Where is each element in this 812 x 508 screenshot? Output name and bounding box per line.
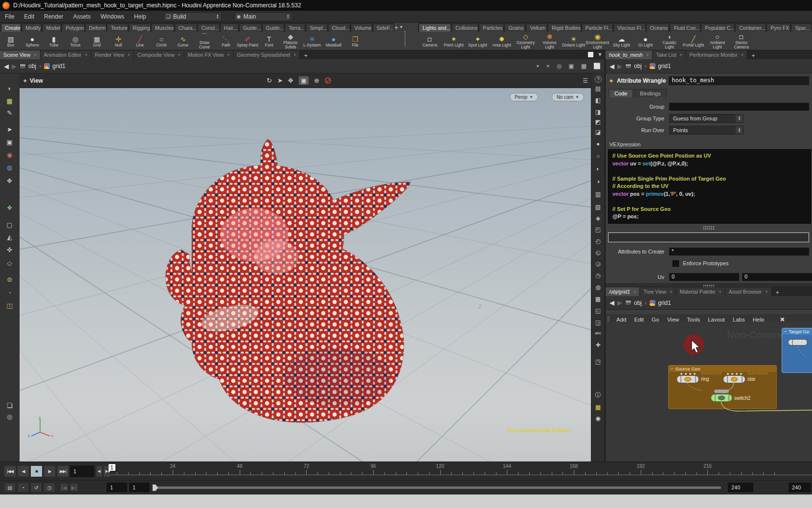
go-end-button[interactable]: ▶▶| — [57, 465, 69, 477]
forward-icon[interactable]: ▶ — [617, 63, 622, 70]
node-name-field[interactable]: hook_to_mesh — [669, 76, 809, 85]
global-end-field[interactable]: 240 — [789, 483, 811, 492]
shelf-tool-file[interactable]: ❐File — [344, 35, 366, 47]
forward-icon[interactable]: ▶ — [617, 299, 622, 306]
realtime-icon[interactable]: ◷ — [44, 483, 55, 492]
shelf-tool-torus[interactable]: ◎Torus — [65, 35, 86, 47]
shelf-tab-container[interactable]: Container... — [735, 23, 766, 32]
global-start-field[interactable]: 1 — [107, 483, 127, 492]
material-cup-icon[interactable]: ◫ — [0, 302, 19, 309]
pane-tab-composite-view[interactable]: Composite View× — [134, 50, 184, 59]
shelf-tab-grains[interactable]: Grains — [504, 23, 525, 32]
shelf-tab-polygon[interactable]: Polygon — [62, 23, 85, 32]
new-pane-tab-button[interactable]: + — [300, 52, 312, 59]
group-display-icon[interactable]: ◱ — [591, 307, 605, 314]
shelf-tab-populate-c[interactable]: Populate C... — [701, 23, 735, 32]
add-shelf-tab-button[interactable]: + — [394, 23, 398, 31]
shelf-tool-distant-light[interactable]: ☀Distant Light — [562, 35, 586, 47]
camera-select-button[interactable]: No cam ▼ — [552, 93, 584, 101]
transform-tool-icon[interactable]: ✥ — [0, 178, 19, 185]
close-icon[interactable]: × — [719, 289, 721, 294]
playhead[interactable]: 1 — [109, 463, 116, 471]
view-menu[interactable]: ⌖ View — [23, 77, 43, 84]
group-field[interactable] — [669, 103, 809, 111]
menu-help[interactable]: Help — [129, 13, 151, 20]
shelf-tool-sphere[interactable]: ●Sphere — [22, 35, 43, 47]
autokey-icon[interactable]: ▤ — [4, 483, 16, 492]
close-icon[interactable]: × — [227, 52, 229, 57]
shelf-tool-path[interactable]: ⋱Path — [215, 35, 237, 47]
ring-node[interactable] — [677, 375, 699, 383]
shelf-tool-spray-paint[interactable]: ✐Spray Paint — [237, 35, 258, 47]
shelf-tool-environment-light[interactable]: ◉Environment Light — [586, 33, 609, 49]
shelf-tab-hair[interactable]: Hair... — [220, 23, 239, 32]
step-back-button[interactable]: ◀| — [96, 465, 103, 477]
node-chip[interactable]: grid1 — [44, 63, 66, 69]
close-icon[interactable]: × — [633, 289, 636, 294]
display-options-icon[interactable]: ☰ — [583, 77, 588, 84]
uv-overlay-icon[interactable]: ▩ — [591, 296, 605, 302]
enforce-prototypes-checkbox[interactable] — [673, 260, 679, 267]
back-icon[interactable]: ◀ — [4, 63, 9, 70]
shelf-tool-circle[interactable]: ○Circle — [151, 35, 172, 47]
shelf-tool-line[interactable]: ╱Line — [129, 35, 151, 47]
menu-edit[interactable]: Edit — [19, 13, 39, 20]
snippet-field[interactable] — [608, 232, 809, 242]
shelf-drag-handle[interactable] — [404, 30, 406, 47]
help-icon[interactable]: ? — [595, 76, 602, 83]
points-display-icon[interactable]: ◶ — [591, 260, 605, 267]
shelf-tool-stereo-camera[interactable]: ◘Stereo Camera — [729, 33, 753, 49]
pane-tab-geometry-spreadsheet[interactable]: Geometry Spreadsheet× — [234, 50, 300, 59]
range-end-field[interactable]: 240 — [728, 483, 753, 492]
shading-icon[interactable]: ◧ — [591, 97, 605, 104]
shelf-menu-icon[interactable]: ▼ — [399, 25, 403, 29]
visualizer-icon[interactable]: ◳ — [591, 358, 605, 365]
context-chip[interactable]: obj — [625, 300, 642, 306]
vexpression-editor[interactable]: // Use Source Geo Point Postion as UVvec… — [608, 149, 811, 224]
shelf-tab-sidef[interactable]: SideF... — [373, 23, 394, 32]
shelf-tool-curve[interactable]: ∿Curve — [172, 35, 194, 47]
pane-tab-take-list[interactable]: Take List× — [653, 50, 686, 59]
shelf-tab-lights-and[interactable]: Lights and... — [419, 23, 451, 32]
close-icon[interactable]: × — [293, 52, 296, 57]
shelf-tab-viscous-fl[interactable]: Viscous Fl... — [613, 23, 646, 32]
range-start-icon[interactable]: |◀ — [60, 483, 68, 492]
camera-tool-icon[interactable]: ◉ — [0, 152, 19, 159]
pane-tab-motion-fx-view[interactable]: Motion FX View× — [184, 50, 234, 59]
viewport-camera-icon[interactable]: ◉ — [591, 415, 605, 422]
switch2-node[interactable] — [711, 394, 732, 402]
timeline-ruler[interactable]: 1 24487296120144168192216 — [109, 462, 812, 480]
go-start-button[interactable]: |◀◀ — [4, 465, 16, 477]
shelf-tool-grid[interactable]: ▦Grid — [86, 35, 108, 47]
shelf-tool-draw-curve[interactable]: ⌒Draw Curve — [194, 33, 215, 49]
collapse-icon[interactable]: − — [671, 366, 674, 371]
tumble-view-icon[interactable]: ↻ — [267, 77, 272, 84]
lasso-tool-icon[interactable]: ◭ — [0, 234, 19, 241]
range-end-icon[interactable]: ▶| — [69, 483, 78, 492]
pane-tab-scene-view[interactable]: Scene View× — [0, 50, 41, 59]
shelf-tab-vellum[interactable]: Vellum — [526, 23, 547, 32]
shelf-tab-guide[interactable]: Guide... — [239, 23, 262, 32]
pane-tab-tree-view[interactable]: Tree View× — [640, 287, 676, 296]
film-reel-icon[interactable]: ◎ — [0, 414, 19, 420]
shelf-tab-simpl[interactable]: Simpl... — [306, 23, 327, 32]
node-chip[interactable]: grid1 — [650, 63, 671, 69]
menu-windows[interactable]: Windows — [95, 13, 129, 20]
normals-icon[interactable]: ◍ — [591, 284, 605, 291]
shelf-tool-portal-light[interactable]: ╱Portal Light — [681, 35, 705, 47]
pane-tab-asset-browser[interactable]: Asset Browser× — [725, 287, 772, 296]
zoom-region-icon[interactable]: ⊕ — [314, 77, 319, 84]
pane-layout-icon[interactable] — [588, 52, 593, 57]
shelf-tab-const[interactable]: Const... — [198, 23, 220, 32]
close-icon[interactable]: × — [765, 289, 767, 294]
close-icon[interactable]: × — [34, 52, 36, 57]
tab-code[interactable]: Code — [609, 89, 633, 97]
shelf-tool-l-system[interactable]: ✳L-System — [301, 35, 323, 47]
pane-tab-performance-monitor[interactable]: Performance Monitor× — [686, 50, 747, 59]
spinner-icon[interactable]: ▲▼ — [736, 115, 743, 122]
pin-icon[interactable]: ⌖ — [546, 63, 550, 69]
move-mode-icon[interactable]: ✥ — [288, 77, 293, 84]
close-icon[interactable]: × — [178, 52, 180, 57]
node-inputs[interactable] — [727, 373, 729, 375]
prev-frame-button[interactable]: ◀ — [17, 465, 29, 477]
